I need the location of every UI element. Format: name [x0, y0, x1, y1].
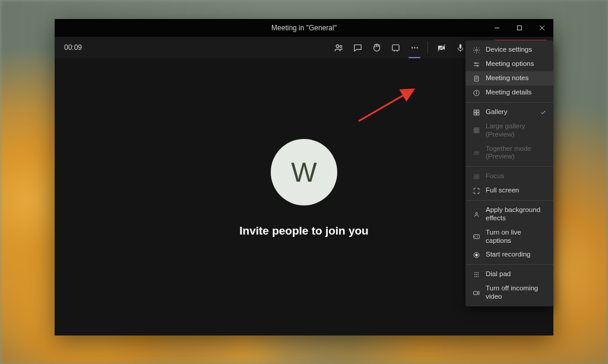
- svg-point-44: [475, 213, 477, 214]
- svg-point-41: [477, 151, 479, 153]
- menu-dial-pad[interactable]: Dial pad: [466, 267, 553, 281]
- window-title: Meeting in "General": [271, 24, 337, 32]
- svg-point-40: [476, 151, 477, 153]
- background-icon: [472, 210, 480, 219]
- menu-meeting-notes[interactable]: Meeting notes: [466, 71, 553, 86]
- svg-rect-27: [477, 110, 479, 112]
- menu-live-captions[interactable]: Turn on live captions: [466, 226, 553, 248]
- svg-point-52: [474, 272, 476, 273]
- meeting-timer: 00:09: [64, 43, 82, 52]
- participant-avatar: W: [271, 139, 337, 205]
- svg-rect-34: [476, 130, 477, 131]
- menu-label: Turn on live captions: [486, 229, 547, 245]
- menu-label: Focus: [486, 172, 504, 181]
- menu-label: Start recording: [486, 251, 530, 259]
- large-grid-icon: [472, 126, 480, 135]
- menu-full-screen[interactable]: Full screen: [466, 183, 553, 198]
- camera-button[interactable]: [433, 39, 449, 56]
- menu-together-mode: Together mode (Preview): [466, 142, 553, 164]
- close-button[interactable]: [531, 19, 553, 37]
- svg-rect-20: [474, 76, 479, 81]
- menu-background-effects[interactable]: Apply background effects: [466, 203, 553, 226]
- reactions-button[interactable]: [368, 39, 385, 56]
- svg-point-51: [475, 254, 477, 256]
- svg-rect-30: [474, 128, 475, 129]
- menu-meeting-options[interactable]: Meeting options: [466, 57, 553, 71]
- svg-rect-38: [477, 132, 479, 133]
- gear-icon: [472, 46, 480, 54]
- notes-icon: [472, 74, 480, 83]
- svg-rect-33: [474, 130, 475, 131]
- menu-label: Gallery: [486, 108, 507, 116]
- avatar-initial: W: [291, 156, 316, 188]
- svg-rect-32: [477, 128, 479, 129]
- menu-label: Together mode (Preview): [486, 145, 547, 162]
- more-actions-menu: Device settings Meeting options Meeting …: [466, 40, 553, 306]
- svg-rect-36: [474, 132, 475, 133]
- toolbar-divider: [428, 42, 428, 53]
- menu-label: Meeting options: [486, 60, 534, 68]
- record-icon: [472, 251, 480, 259]
- menu-label: Apply background effects: [486, 206, 547, 223]
- menu-separator: [466, 200, 553, 201]
- svg-point-53: [476, 272, 477, 273]
- svg-rect-43: [475, 176, 477, 177]
- svg-rect-1: [518, 26, 522, 30]
- menu-device-settings[interactable]: Device settings: [466, 43, 553, 57]
- titlebar: Meeting in "General": [55, 19, 553, 37]
- svg-point-5: [340, 45, 342, 48]
- menu-label: Full screen: [486, 186, 519, 195]
- menu-label: Device settings: [486, 46, 532, 54]
- captions-icon: [472, 233, 480, 241]
- window-controls: [486, 19, 553, 37]
- sliders-icon: [472, 60, 480, 68]
- menu-meeting-details[interactable]: Meeting details: [466, 86, 553, 100]
- menu-separator: [466, 264, 553, 265]
- svg-rect-31: [476, 128, 477, 129]
- svg-point-7: [411, 47, 413, 48]
- rooms-button[interactable]: [387, 39, 404, 56]
- grid-icon: [472, 108, 480, 116]
- people-row-icon: [472, 148, 480, 157]
- svg-point-55: [474, 274, 476, 276]
- svg-rect-6: [392, 45, 399, 50]
- participants-button[interactable]: [330, 39, 347, 56]
- minimize-button[interactable]: [486, 19, 508, 37]
- svg-point-57: [477, 274, 479, 276]
- menu-gallery[interactable]: Gallery: [466, 105, 553, 119]
- svg-rect-37: [476, 132, 477, 133]
- dialpad-icon: [472, 270, 480, 278]
- menu-large-gallery: Large gallery (Preview): [466, 119, 553, 142]
- svg-point-4: [336, 45, 339, 48]
- menu-label: Dial pad: [486, 270, 511, 278]
- check-icon: [540, 109, 547, 116]
- svg-rect-29: [477, 113, 479, 115]
- menu-turn-off-incoming[interactable]: Turn off incoming video: [466, 281, 553, 304]
- svg-point-54: [477, 272, 479, 273]
- svg-rect-61: [473, 291, 477, 294]
- menu-label: Meeting details: [486, 88, 531, 97]
- info-icon: [472, 88, 480, 97]
- svg-point-15: [475, 49, 477, 50]
- svg-point-60: [477, 276, 479, 277]
- svg-point-8: [414, 47, 415, 48]
- menu-separator: [466, 166, 553, 167]
- svg-point-25: [476, 91, 477, 91]
- svg-point-39: [474, 151, 475, 153]
- invite-message: Invite people to join you: [239, 224, 368, 238]
- menu-start-recording[interactable]: Start recording: [466, 248, 553, 262]
- more-actions-button[interactable]: [406, 39, 423, 56]
- chat-button[interactable]: [349, 39, 366, 56]
- maximize-button[interactable]: [508, 19, 531, 37]
- svg-rect-42: [474, 175, 479, 179]
- svg-rect-35: [477, 130, 479, 131]
- svg-point-56: [476, 274, 477, 276]
- menu-focus: Focus: [466, 169, 553, 183]
- focus-icon: [472, 172, 480, 181]
- menu-label: Turn off incoming video: [486, 284, 547, 301]
- svg-rect-26: [474, 110, 476, 112]
- menu-label: Meeting notes: [486, 74, 528, 83]
- fullscreen-icon: [472, 186, 480, 195]
- svg-point-17: [474, 62, 476, 64]
- svg-rect-12: [460, 44, 462, 49]
